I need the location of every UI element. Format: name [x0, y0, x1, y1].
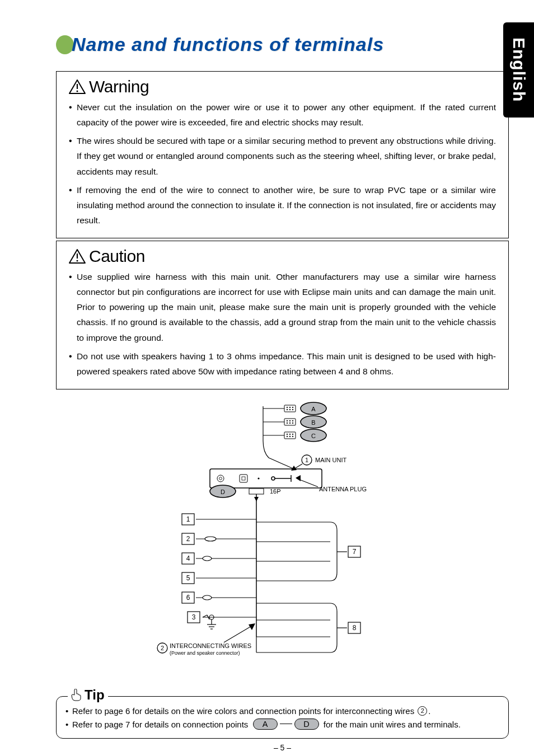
- label-interconnecting-wires: INTERCONNECTING WIRES: [170, 642, 251, 649]
- language-tab: English: [503, 22, 534, 118]
- tip-item: Refer to page 6 for details on the wire …: [65, 705, 499, 718]
- page-number: – 5 –: [56, 743, 509, 752]
- caution-box: Caution Use supplied wire harness with t…: [56, 241, 509, 389]
- num-box-6: 6: [186, 594, 190, 602]
- svg-point-42: [289, 422, 291, 424]
- label-antenna-plug: ANTENNA PLUG: [319, 486, 367, 492]
- svg-point-46: [292, 434, 293, 435]
- oval-d-label: D: [221, 489, 225, 495]
- wiring-diagram: D 16P ANTENNA PLUG 1 MAIN UNIT: [56, 402, 509, 665]
- warning-item: Never cut the insulation on the power wi…: [69, 100, 496, 130]
- svg-point-14: [257, 477, 259, 479]
- caution-list: Use supplied wire harness with this main…: [69, 269, 496, 379]
- svg-point-41: [287, 422, 288, 424]
- svg-point-43: [292, 422, 293, 424]
- svg-point-5: [77, 260, 78, 262]
- circle-2: 2: [160, 645, 163, 651]
- caution-title: Caution: [89, 247, 145, 266]
- inline-oval-a: A: [253, 719, 278, 730]
- tip-label: Tip: [68, 687, 108, 703]
- language-tab-label: English: [509, 37, 528, 102]
- svg-point-40: [292, 420, 293, 421]
- svg-point-15: [271, 477, 275, 480]
- label-interconnecting-wires-sub: (Power and speaker connector): [170, 650, 240, 656]
- svg-rect-13: [242, 477, 245, 480]
- svg-marker-19: [296, 475, 301, 481]
- svg-point-44: [287, 434, 288, 435]
- caution-item: Do not use with speakers having 1 to 3 o…: [69, 349, 496, 379]
- tip-list: Refer to page 6 for details on the wire …: [65, 705, 499, 731]
- warning-list: Never cut the insulation on the power wi…: [69, 100, 496, 228]
- svg-point-32: [287, 407, 288, 408]
- svg-point-2: [77, 91, 78, 92]
- label-main-unit: MAIN UNIT: [315, 457, 347, 463]
- svg-rect-12: [240, 475, 247, 482]
- tip-item: Refer to page 7 for details on connectio…: [65, 718, 499, 731]
- svg-point-61: [203, 556, 212, 561]
- tip-text: Refer to page 7 for details on connectio…: [72, 720, 251, 729]
- svg-point-49: [292, 436, 293, 437]
- svg-rect-29: [284, 405, 296, 412]
- svg-rect-31: [284, 432, 296, 439]
- svg-point-10: [217, 475, 224, 482]
- num-box-2: 2: [186, 535, 190, 543]
- svg-point-35: [287, 409, 288, 410]
- warning-box: Warning Never cut the insulation on the …: [56, 71, 509, 238]
- circle-1: 1: [305, 457, 308, 463]
- wiring-diagram-svg: D 16P ANTENNA PLUG 1 MAIN UNIT: [151, 402, 414, 665]
- svg-point-45: [289, 434, 291, 435]
- svg-marker-9: [254, 497, 259, 501]
- page-title: Name and functions of terminals: [72, 34, 384, 55]
- section-title-row: Name and functions of terminals: [56, 34, 509, 55]
- label-16p: 16P: [270, 488, 281, 495]
- svg-point-62: [203, 595, 212, 600]
- svg-rect-30: [284, 419, 296, 425]
- tip-text: for the main unit wires and terminals.: [321, 720, 461, 729]
- dash-icon: [280, 724, 292, 724]
- oval-b-label: B: [311, 419, 315, 426]
- svg-line-89: [224, 624, 254, 642]
- num-box-1: 1: [186, 515, 190, 523]
- warning-item: If removing the end of the wire to conne…: [69, 182, 496, 228]
- hand-point-icon: [71, 689, 81, 701]
- warning-triangle-icon: [69, 79, 86, 94]
- svg-point-33: [289, 407, 291, 408]
- svg-point-47: [287, 436, 288, 437]
- svg-marker-90: [249, 623, 255, 630]
- warning-item: The wires should be secured with tape or…: [69, 133, 496, 179]
- svg-rect-7: [249, 489, 264, 494]
- tip-heading: Tip: [85, 687, 105, 703]
- warning-title: Warning: [89, 77, 149, 96]
- oval-c-label: C: [311, 433, 316, 439]
- num-box-7: 7: [352, 548, 356, 556]
- svg-point-38: [287, 420, 288, 421]
- svg-point-60: [205, 537, 216, 541]
- tip-text: .: [428, 706, 430, 716]
- svg-point-37: [292, 409, 293, 410]
- num-box-5: 5: [186, 574, 190, 582]
- svg-point-11: [219, 477, 222, 480]
- svg-point-34: [292, 407, 293, 408]
- svg-point-39: [289, 420, 291, 421]
- caution-triangle-icon: [69, 249, 86, 264]
- svg-point-36: [289, 409, 291, 410]
- inline-circle-2: 2: [418, 706, 427, 716]
- tip-text: Refer to page 6 for details on the wire …: [72, 706, 416, 716]
- caution-header: Caution: [69, 247, 496, 266]
- caution-item: Use supplied wire harness with this main…: [69, 269, 496, 345]
- num-box-3: 3: [191, 613, 195, 621]
- warning-header: Warning: [69, 77, 496, 96]
- num-box-4: 4: [186, 555, 190, 562]
- num-box-8: 8: [352, 624, 356, 632]
- inline-oval-d: D: [294, 719, 319, 730]
- svg-point-48: [289, 436, 291, 437]
- tip-box: Tip Refer to page 6 for details on the w…: [56, 696, 509, 739]
- oval-a-label: A: [311, 406, 316, 412]
